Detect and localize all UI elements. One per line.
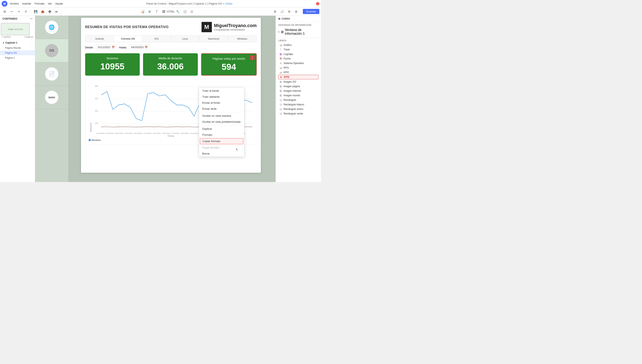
globe-icon: 🌐 (45, 21, 58, 34)
desde-input[interactable]: 01/11/2021 📅 (96, 44, 117, 50)
page-icon-globe[interactable]: 🌐 (35, 16, 68, 39)
lienzo-imagen-internet[interactable]: 🖼 Imagen Internet (278, 89, 319, 93)
toolbar-table-btn[interactable]: ⊞ (147, 9, 153, 14)
brand-info: MiguelTroyano.com Compartiendo conocimie… (214, 23, 257, 31)
toolbar-html-btn[interactable]: HTML (168, 9, 174, 14)
lienzo-rectangulo-verde[interactable]: ⬜ Rectángulo verde (278, 112, 319, 116)
hasta-input[interactable]: 04/10/2023 📅 (129, 44, 150, 50)
menu-formato[interactable]: Formato (35, 2, 45, 5)
ctx-formato[interactable]: Formato (199, 132, 244, 138)
lienzo-imagen-pagina[interactable]: 🖼 Imagen página (278, 84, 319, 88)
toolbar-center-group: 📊 ⊞ T 🖼 HTML 🔧 ⬜ ⊡ (63, 9, 271, 14)
ctx-enviar-atras[interactable]: Enviar atrás (199, 106, 244, 112)
lienzo-kpi2[interactable]: 📊 KPI2 (278, 70, 319, 74)
ctx-enviar-fondo[interactable]: Enviar al fondo (199, 100, 244, 106)
toolbar-right-group: 🖥 📈 ⚙ ⊞ Guardar (272, 9, 319, 14)
toolbar-grid-btn[interactable]: ⊞ (2, 9, 8, 14)
lienzo-logotipo[interactable]: 🖼 Logotipo (278, 52, 319, 56)
app-logo: M (2, 1, 8, 6)
toolbar-settings-btn[interactable]: ⚙ (286, 9, 292, 14)
lienzo-rectangulo-activo[interactable]: ⬜ Rectángulo activo (278, 107, 319, 111)
lienzo-rectangulo[interactable]: ⬜ Rectángulo (278, 98, 319, 102)
os-tabs: Android Chrome OS iOS Linux Macintosh Wi… (85, 36, 257, 42)
tab-windows[interactable]: Windows (228, 36, 256, 42)
lienzo-imagen-mundo[interactable]: 🖼 Imagen mundo (278, 94, 319, 98)
kpi-context-menu-trigger[interactable]: ⋮ (250, 55, 255, 60)
toolbar-redo-btn[interactable]: ↪ (16, 9, 22, 14)
toolbar-next-btn[interactable]: ⏭ (54, 9, 60, 14)
desde-calendar-icon[interactable]: 📅 (112, 46, 115, 49)
brand-letter: M (202, 22, 212, 32)
window-title: Panel de Control - MiguelTroyano.com | C… (63, 2, 316, 5)
lienzo-fecha[interactable]: 📅 Fecha (278, 56, 319, 61)
ctx-ocultar-reactiva[interactable]: Ocultar en vista reactiva (199, 113, 244, 119)
save-button[interactable]: Guardar (303, 9, 319, 14)
lienzo-sistema-operativo[interactable]: ⊞ Sistema Operativo (278, 61, 319, 65)
tab-macintosh[interactable]: Macintosh (200, 36, 228, 42)
dashboard-title: RESUMEN DE VISITAS POR SISTEMA OPERATIVO (85, 25, 169, 29)
hasta-calendar-icon[interactable]: 📅 (145, 46, 148, 49)
toolbar-chart-btn[interactable]: 📊 (140, 9, 146, 14)
menu-ver[interactable]: Ver (48, 2, 52, 5)
rect-activo-icon: ⬜ (279, 108, 282, 110)
kpi-sesiones-value: 10955 (89, 62, 137, 72)
tab-linux[interactable]: Linux (171, 36, 200, 42)
menu-ayuda[interactable]: Ayuda (55, 2, 63, 5)
ctx-copiar-formato[interactable]: Copiar formato (200, 138, 243, 144)
toolbar-preview-btn[interactable]: 🖥 (272, 9, 278, 14)
chapter-item[interactable]: ▼ Capítulo 1 ⋯ (0, 40, 35, 46)
thumbnail-area: image not found 1 capítulo 3 páginas (0, 22, 35, 39)
toolbar-add-btn[interactable]: ➕ (47, 9, 53, 14)
chapter-title: Capítulo 1 (5, 41, 17, 44)
tab-android[interactable]: Android (85, 36, 114, 42)
lienzo-titulo[interactable]: T Título (278, 48, 319, 52)
lienzo-rectangulo-blanco[interactable]: ⬜ Rectángulo blanco (278, 102, 319, 106)
toolbar-undo-btn[interactable]: ↩ (9, 9, 15, 14)
ctx-traer-frente[interactable]: Traer al frente (199, 88, 244, 94)
ventana-arrow: ▶ (278, 31, 280, 33)
lienzo-kpi3[interactable]: ✱ KPI3 (278, 75, 319, 79)
toolbar-filter-btn[interactable]: 🔧 (175, 9, 181, 14)
svg-text:300: 300 (95, 97, 98, 100)
lienzo-imagen-so[interactable]: 🖼 Imagen SO (278, 80, 319, 84)
menu-archivo[interactable]: Archivo (10, 2, 19, 5)
edit-link[interactable]: ✏ Editar (223, 2, 233, 5)
ctx-divider1 (199, 112, 244, 112)
toolbar-divider2 (61, 10, 62, 14)
sidebar-section: ▼ Capítulo 1 ⋯ Página Mundo Página OS Pá… (0, 39, 35, 61)
close-button[interactable] (316, 2, 319, 5)
toolbar-tab-btn[interactable]: ⊡ (189, 9, 195, 14)
www-icon: www (45, 91, 58, 104)
chapter-options[interactable]: ⋯ (30, 42, 33, 44)
ctx-traer-adelante[interactable]: Traer adelante (199, 94, 244, 100)
lienzo-rect-blanco-label: Rectángulo blanco (284, 103, 304, 106)
tab-chromeos[interactable]: Chrome OS (114, 36, 142, 42)
sidebar-page-os[interactable]: Página OS (0, 50, 35, 55)
toolbar-image-btn[interactable]: 🖼 (161, 9, 167, 14)
menu-bar: Archivo Insertar Formato Ver Ayuda (10, 2, 63, 5)
toolbar-analytics-btn[interactable]: 📈 (279, 9, 285, 14)
ctx-duplicar[interactable]: Duplicar (199, 126, 244, 132)
lienzo-fecha-label: Fecha (284, 57, 290, 60)
toolbar-save-local-btn[interactable]: 💾 (33, 9, 39, 14)
toolbar-text-btn[interactable]: T (154, 9, 160, 14)
page-icon-www[interactable]: www (35, 86, 68, 109)
tab-ios[interactable]: iOS (142, 36, 171, 42)
sidebar-header: CONTENIDO ⋯ (0, 16, 35, 22)
menu-insertar[interactable]: Insertar (22, 2, 31, 5)
lienzo-kpi1[interactable]: 📊 KPI1 (278, 66, 319, 70)
toolbar-shape-btn[interactable]: ⬜ (182, 9, 188, 14)
ventana-info-1[interactable]: ▶ ⊞ Ventana de información 1 (278, 28, 319, 36)
toolbar-refresh-btn[interactable]: ↺ (23, 9, 29, 14)
toolbar-upload-btn[interactable]: 📤 (40, 9, 46, 14)
sidebar-page-1[interactable]: Página 1 (0, 55, 35, 60)
lienzo-grafico[interactable]: 📊 Gráfico (278, 43, 319, 47)
ctx-ocultar-predeterminada[interactable]: Ocultar en vista predeterminada (199, 119, 244, 125)
page-icon-os[interactable]: OS (35, 39, 68, 62)
brand-subtitle: Compartiendo conocimiento (214, 28, 257, 31)
toolbar-layout-btn[interactable]: ⊞ (293, 9, 299, 14)
sidebar-page-mundo[interactable]: Página Mundo (0, 46, 35, 50)
sidebar-menu-icon[interactable]: ⋯ (30, 17, 33, 20)
page-icon-doc[interactable]: 📄 (35, 62, 68, 86)
ctx-borrar[interactable]: Borrar (199, 150, 244, 156)
